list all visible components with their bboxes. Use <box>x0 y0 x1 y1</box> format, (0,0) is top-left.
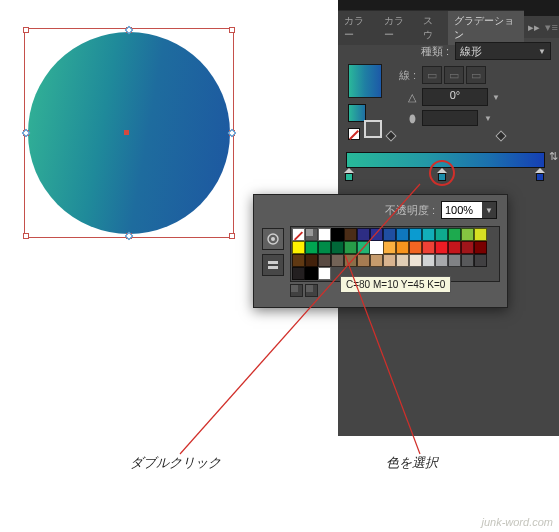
stroke-inside-button[interactable]: ▭ <box>422 66 442 84</box>
swatch[interactable] <box>331 228 344 241</box>
swatch[interactable] <box>292 241 305 254</box>
swatch[interactable] <box>305 241 318 254</box>
swatch[interactable] <box>344 254 357 267</box>
chevron-down-icon[interactable]: ▼ <box>492 93 500 102</box>
callout-pick-color: 色を選択 <box>386 454 438 472</box>
aspect-input[interactable] <box>422 110 478 126</box>
tab-color-1[interactable]: カラー <box>338 10 378 45</box>
swatch[interactable] <box>461 228 474 241</box>
type-label: 種類 : <box>421 44 449 59</box>
swatch-selected[interactable] <box>370 241 383 254</box>
gradient-type-value: 線形 <box>460 44 482 59</box>
swatch[interactable] <box>448 228 461 241</box>
swatch[interactable] <box>331 254 344 267</box>
swatch[interactable] <box>383 228 396 241</box>
swatch[interactable] <box>318 228 331 241</box>
swatch[interactable] <box>318 254 331 267</box>
selection-bounds <box>26 30 232 236</box>
fill-stroke-proxy[interactable] <box>348 104 382 138</box>
swatch[interactable] <box>357 241 370 254</box>
swatch[interactable] <box>370 254 383 267</box>
gradient-stop-mid[interactable] <box>437 168 447 178</box>
swatch[interactable] <box>422 228 435 241</box>
resize-handle-se[interactable] <box>229 233 235 239</box>
swatch[interactable] <box>292 267 305 280</box>
swatch-folder[interactable] <box>305 284 318 297</box>
stroke-proxy[interactable] <box>364 120 382 138</box>
swatch[interactable] <box>409 254 422 267</box>
tab-color-2[interactable]: カラー <box>378 10 418 45</box>
swatch[interactable] <box>409 228 422 241</box>
swatch[interactable] <box>292 228 305 241</box>
swatch[interactable] <box>396 241 409 254</box>
swatch[interactable] <box>383 254 396 267</box>
swatch[interactable] <box>396 228 409 241</box>
swatch[interactable] <box>357 254 370 267</box>
svg-point-1 <box>271 237 275 241</box>
panel-tabs: カラー カラー スウ グラデーション ▸▸ ▾≡ <box>338 16 559 38</box>
swatch[interactable] <box>370 228 383 241</box>
tab-swatches[interactable]: スウ <box>417 10 447 45</box>
gradient-type-dropdown[interactable]: 線形 ▼ <box>455 42 551 60</box>
swatch[interactable] <box>435 228 448 241</box>
swatch[interactable] <box>344 228 357 241</box>
swatch-tooltip: C=80 M=10 Y=45 K=0 <box>340 276 451 293</box>
resize-handle-nw[interactable] <box>23 27 29 33</box>
palette-mode-color[interactable] <box>262 254 284 276</box>
swatch[interactable] <box>435 241 448 254</box>
swatch[interactable] <box>461 241 474 254</box>
swatch[interactable] <box>318 267 331 280</box>
swatch[interactable] <box>422 241 435 254</box>
swatch[interactable] <box>318 241 331 254</box>
stroke-along-button[interactable]: ▭ <box>444 66 464 84</box>
panel-menu-icon[interactable]: ▾≡ <box>544 21 559 34</box>
reverse-gradient-icon[interactable]: ⇅ <box>549 150 559 164</box>
swatch[interactable] <box>357 228 370 241</box>
gradient-stop-end[interactable] <box>535 168 545 178</box>
angle-input[interactable]: 0° <box>422 88 488 106</box>
opacity-input[interactable] <box>442 202 482 218</box>
chevron-down-icon[interactable]: ▼ <box>482 202 496 218</box>
palette-mode-swatches[interactable] <box>262 228 284 250</box>
swatch[interactable] <box>383 241 396 254</box>
svg-rect-3 <box>268 266 278 269</box>
swatch[interactable] <box>448 254 461 267</box>
swatch[interactable] <box>305 267 318 280</box>
stroke-across-button[interactable]: ▭ <box>466 66 486 84</box>
swatch-grid <box>290 226 500 282</box>
opacity-input-wrap: ▼ <box>441 201 497 219</box>
swatch[interactable] <box>474 228 487 241</box>
swatch[interactable] <box>474 254 487 267</box>
panel-flyout-icon[interactable]: ▸▸ <box>524 21 544 34</box>
gradient-bar[interactable] <box>346 152 545 168</box>
opacity-label: 不透明度 : <box>385 203 435 218</box>
swatch[interactable] <box>409 241 422 254</box>
swatch[interactable] <box>331 241 344 254</box>
chevron-down-icon[interactable]: ▼ <box>484 114 492 123</box>
angle-icon: △ <box>392 91 416 104</box>
stroke-label: 線 : <box>392 68 416 83</box>
callout-double-click: ダブルクリック <box>130 454 221 472</box>
swatch[interactable] <box>448 241 461 254</box>
watermark: junk-word.com <box>481 516 553 528</box>
swatch[interactable] <box>305 254 318 267</box>
swatch[interactable] <box>435 254 448 267</box>
svg-rect-2 <box>268 261 278 264</box>
swatch[interactable] <box>474 241 487 254</box>
aspect-icon: ⬮ <box>392 112 416 125</box>
gradient-swatch-button[interactable] <box>348 64 382 98</box>
swatch[interactable] <box>396 254 409 267</box>
swatch[interactable] <box>292 254 305 267</box>
resize-handle-ne[interactable] <box>229 27 235 33</box>
gradient-ramp[interactable]: ⇅ <box>338 138 559 172</box>
swatch[interactable] <box>461 254 474 267</box>
stroke-grad-type: ▭ ▭ ▭ <box>422 66 486 84</box>
gradient-stop-start[interactable] <box>344 168 354 178</box>
resize-handle-sw[interactable] <box>23 233 29 239</box>
swatch[interactable] <box>422 254 435 267</box>
center-point <box>124 130 129 135</box>
swatch[interactable] <box>305 228 318 241</box>
swatch-folder[interactable] <box>290 284 303 297</box>
swatch[interactable] <box>344 241 357 254</box>
tab-gradient[interactable]: グラデーション <box>448 10 524 45</box>
